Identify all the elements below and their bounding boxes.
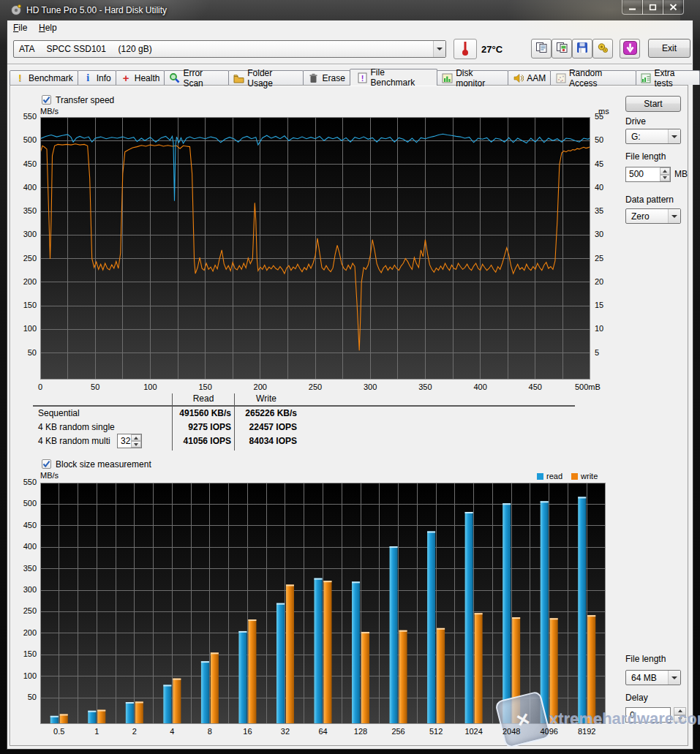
- x-axis-tick: 450: [521, 382, 550, 391]
- x-category-label: 2: [116, 727, 153, 736]
- download-button[interactable]: [620, 39, 640, 59]
- file-length-value[interactable]: 500: [626, 167, 660, 181]
- tab-erase[interactable]: Erase: [303, 70, 350, 85]
- start-button[interactable]: Start: [625, 96, 681, 112]
- tab-label: Extra tests: [655, 68, 696, 88]
- bar-write: [399, 630, 407, 724]
- tab-error-scan[interactable]: Error Scan: [164, 70, 229, 85]
- bar-read: [126, 702, 134, 724]
- tab-aam[interactable]: AAM: [508, 70, 551, 85]
- chart-legend: read write: [537, 472, 598, 480]
- transfer-speed-chart: [40, 117, 590, 380]
- x-axis-tick: 100: [135, 382, 165, 391]
- data-pattern-select[interactable]: Zero: [625, 208, 681, 224]
- x-category-label: 8: [192, 727, 228, 736]
- header-separator: [33, 405, 575, 407]
- x-axis-tick: 0: [26, 382, 55, 391]
- bar-read: [390, 546, 398, 724]
- bar-write: [60, 714, 68, 724]
- y-axis-tick: 550: [15, 478, 37, 486]
- drive-select[interactable]: G:: [625, 129, 681, 144]
- thermometer-icon: [461, 39, 470, 59]
- file-length-input[interactable]: 500: [625, 167, 671, 182]
- bar-write: [135, 701, 143, 724]
- tab-folder-usage[interactable]: Folder Usage: [228, 70, 304, 85]
- result-row-label: 4 KB random single: [38, 422, 115, 432]
- x-category-label: 32: [267, 727, 304, 736]
- x-category-label: 128: [342, 727, 379, 736]
- x-axis-tick: 200: [246, 382, 275, 391]
- transfer-speed-checkbox[interactable]: [42, 95, 51, 105]
- spin-up-button[interactable]: [660, 167, 670, 175]
- y-axis-tick-left: 450: [15, 159, 37, 168]
- y-axis-tick-left: 50: [15, 348, 37, 357]
- copy-text-icon: [535, 42, 548, 56]
- extra-tests-icon: [641, 72, 652, 83]
- bar-write: [97, 710, 105, 724]
- tab-info[interactable]: iInfo: [78, 70, 116, 85]
- x-category-label: 8192: [568, 727, 605, 736]
- y-axis-tick-left: 200: [15, 277, 37, 286]
- queue-depth-stepper[interactable]: 32: [117, 434, 142, 448]
- menu-help[interactable]: Help: [39, 23, 57, 33]
- tab-strip: !BenchmarkiInfo+HealthError ScanFolder U…: [10, 69, 700, 86]
- y-axis-tick-left: 300: [15, 230, 37, 238]
- legend-write-label: write: [581, 472, 598, 480]
- folder-usage-icon: [233, 72, 244, 83]
- block-size-checkbox[interactable]: [42, 459, 51, 469]
- chart2-yaxis-unit: MB/s: [40, 471, 59, 480]
- temperature-value: 27°C: [481, 44, 503, 55]
- tab-label: Info: [97, 73, 111, 83]
- y-axis-tick-left: 150: [15, 301, 37, 309]
- random-access-icon: [555, 72, 566, 83]
- maximize-button[interactable]: [642, 0, 663, 15]
- close-button[interactable]: [663, 0, 684, 15]
- exit-button[interactable]: Exit: [648, 39, 690, 58]
- health-icon: +: [121, 72, 132, 83]
- save-button[interactable]: [572, 39, 592, 59]
- tab-health[interactable]: +Health: [116, 70, 165, 85]
- block-size-label: Block size measurement: [56, 459, 151, 470]
- x-category-label: 4096: [531, 727, 568, 736]
- tab-disk-monitor[interactable]: Disk monitor: [437, 70, 508, 85]
- chevron-down-icon: [668, 129, 680, 143]
- tab-label: Health: [135, 73, 160, 83]
- file-length2-value: 64 MB: [626, 673, 668, 683]
- write-swatch: [571, 473, 578, 480]
- delay-label: Delay: [625, 693, 648, 703]
- result-write-value: 22457 IOPS: [236, 422, 297, 432]
- tab-extra-tests[interactable]: Extra tests: [636, 70, 700, 85]
- erase-icon: [308, 72, 319, 83]
- y-axis-tick-right: 25: [595, 254, 614, 263]
- tab-file-benchmark[interactable]: !File Benchmark: [350, 69, 437, 86]
- spin-down-button[interactable]: [131, 441, 141, 448]
- x-category-label: 1024: [456, 727, 492, 736]
- minimize-button[interactable]: [622, 0, 643, 15]
- bar-write: [550, 618, 558, 724]
- bar-read: [541, 501, 549, 724]
- disk-monitor-icon: [442, 72, 453, 83]
- bar-read: [503, 503, 511, 724]
- chevron-down-icon: [668, 671, 680, 685]
- device-selector[interactable]: ATA SPCC SSD101 (120 gB): [13, 40, 446, 58]
- file-length2-select[interactable]: 64 MB: [625, 670, 681, 685]
- legend-read: read: [537, 472, 562, 480]
- bar-write: [587, 615, 595, 724]
- x-category-label: 2048: [493, 727, 530, 736]
- tab-label: Random Access: [569, 68, 631, 88]
- y-axis-tick: 350: [15, 564, 37, 573]
- queue-depth-value[interactable]: 32: [118, 434, 131, 448]
- menu-file[interactable]: File: [13, 23, 27, 33]
- y-axis-tick-right: 40: [595, 183, 614, 192]
- y-axis-tick: 100: [15, 671, 37, 680]
- options-button[interactable]: [592, 39, 613, 59]
- tab-benchmark[interactable]: !Benchmark: [10, 70, 78, 85]
- read-swatch: [537, 473, 543, 480]
- tab-random-access[interactable]: Random Access: [550, 70, 636, 85]
- spin-down-button[interactable]: [660, 175, 670, 182]
- spin-up-button[interactable]: [131, 434, 141, 441]
- copy-text-button[interactable]: [531, 39, 552, 59]
- y-axis-tick: 500: [15, 499, 37, 508]
- y-axis-tick: 50: [15, 693, 37, 701]
- copy-image-button[interactable]: [552, 39, 572, 59]
